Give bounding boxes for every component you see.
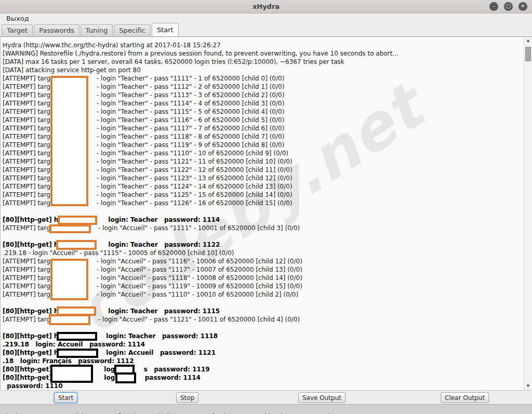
menu-item-exit[interactable]: Выход — [4, 15, 31, 22]
redaction-box-orange — [56, 240, 97, 250]
start-button[interactable]: Start — [54, 392, 77, 403]
action-button-row: StartStopSave OutputClear Output — [0, 390, 532, 404]
maximize-button[interactable]: □ — [504, 2, 513, 11]
stop-button[interactable]: Stop — [176, 392, 198, 403]
clear-output-button[interactable]: Clear Output — [441, 392, 489, 403]
tab-bar: TargetPasswordsTuningSpecificStart — [0, 23, 532, 36]
redaction-box-black — [57, 349, 98, 358]
redaction-box-orange — [49, 224, 91, 233]
redaction-box-orange — [49, 314, 90, 325]
window-title: xHydra — [0, 3, 532, 10]
title-bar: xHydra –□✕ — [0, 0, 532, 14]
log-line — [3, 232, 523, 241]
tab-specific[interactable]: Specific — [114, 24, 151, 36]
log-line: [DATA] max 16 tasks per 1 server, overal… — [3, 58, 523, 66]
log-line: password: 1110 — [3, 382, 523, 390]
redaction-box-black — [115, 372, 136, 383]
redaction-box-orange — [50, 76, 88, 206]
log-line: .219.18 login: Accueil password: 1114 — [3, 340, 523, 349]
tab-target[interactable]: Target — [2, 24, 33, 36]
redaction-box-black — [50, 365, 93, 383]
scroll-down-icon[interactable]: ▼ — [524, 383, 532, 390]
window-controls: –□✕ — [489, 2, 527, 11]
redaction-box-orange — [58, 216, 97, 225]
close-button[interactable]: ✕ — [518, 2, 527, 11]
scroll-up-icon[interactable]: ▲ — [524, 37, 532, 44]
minimize-button[interactable]: – — [489, 2, 498, 11]
log-line — [3, 207, 523, 216]
log-line: .219.18 - login "Accueil" - pass "1115" … — [3, 249, 523, 257]
tab-start[interactable]: Start — [152, 23, 179, 36]
status-bar: hydra -s 80 -V -L /root/lol -P /root/Раб… — [0, 404, 532, 414]
log-line: Hydra (http://www.thc.org/thc-hydra) sta… — [3, 41, 523, 49]
redaction-box-black — [57, 332, 97, 341]
tab-tuning[interactable]: Tuning — [81, 24, 113, 36]
log-line: .18 login: Français password: 1112 — [3, 357, 523, 365]
save-output-button[interactable]: Save Output — [298, 392, 345, 403]
tab-passwords[interactable]: Passwords — [34, 24, 79, 36]
scrollbar-thumb[interactable] — [525, 47, 531, 61]
log-line: [DATA] attacking service http-get on por… — [3, 66, 523, 74]
log-line: [WARNING] Restorefile (./hydra.restore) … — [3, 49, 523, 58]
log-output-area[interactable]: codeby.net Hydra (http://www.thc.org/thc… — [0, 36, 532, 390]
redaction-box-orange — [50, 259, 88, 300]
vertical-scrollbar[interactable]: ▲ ▼ — [524, 37, 532, 390]
menu-bar: Выход — [0, 14, 532, 23]
